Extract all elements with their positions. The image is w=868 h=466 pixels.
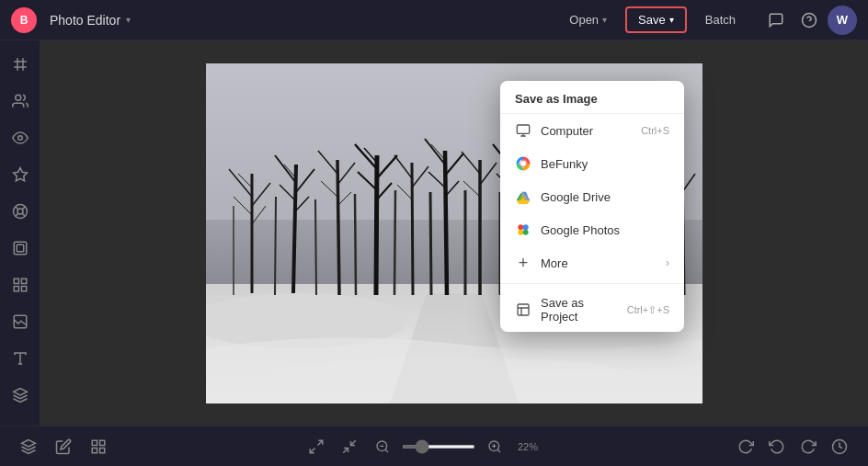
svg-line-9: [22, 207, 25, 210]
right-bottom-buttons: [732, 433, 853, 460]
svg-line-90: [355, 194, 356, 295]
app-name-button[interactable]: Photo Editor ▾: [44, 9, 136, 31]
svg-line-39: [337, 160, 339, 295]
batch-button[interactable]: Batch: [694, 7, 747, 32]
svg-rect-120: [92, 448, 97, 452]
text-icon: [12, 350, 29, 367]
computer-label: Computer: [541, 124, 593, 138]
layers-icon: [12, 387, 29, 403]
grid-bottom-icon: [90, 438, 107, 455]
svg-point-113: [518, 230, 523, 235]
svg-point-114: [523, 230, 529, 235]
layers-bottom-button[interactable]: [15, 433, 42, 460]
expand-icon: [308, 438, 325, 455]
topbar: B Photo Editor ▾ Open ▾ Save ▾ Batch W: [0, 0, 868, 40]
batch-label: Batch: [705, 13, 736, 27]
save-as-project-item[interactable]: Save as Project Ctrl+⇧+S: [500, 288, 684, 332]
open-button[interactable]: Open ▾: [558, 7, 618, 32]
svg-rect-14: [21, 278, 26, 283]
app-name-label: Photo Editor: [50, 13, 120, 28]
svg-rect-118: [100, 440, 105, 445]
save-to-computer-item[interactable]: Computer Ctrl+S: [500, 114, 684, 147]
effects-icon: [12, 203, 29, 220]
eye-icon: [12, 130, 29, 146]
zoom-slider[interactable]: [402, 445, 475, 449]
avatar-button[interactable]: W: [828, 6, 857, 35]
sidebar-item-graphics[interactable]: [4, 305, 37, 338]
svg-line-89: [315, 199, 316, 295]
svg-line-121: [318, 440, 323, 445]
sidebar-item-crop[interactable]: [4, 48, 37, 81]
sidebar-item-text[interactable]: [4, 342, 37, 375]
more-item[interactable]: + More ›: [500, 246, 684, 279]
svg-point-2: [15, 95, 20, 100]
sidebar-item-effects[interactable]: [4, 195, 37, 228]
svg-marker-20: [13, 389, 27, 396]
avatar-label: W: [837, 13, 848, 27]
logo-icon: B: [11, 7, 37, 33]
undo-button[interactable]: [763, 433, 791, 460]
svg-point-3: [17, 136, 22, 141]
sidebar-item-view[interactable]: [4, 121, 37, 154]
zoom-out-icon: [375, 439, 390, 454]
sparkle-icon: [12, 166, 29, 183]
edit-bottom-button[interactable]: [50, 433, 77, 460]
frame-icon: [12, 240, 29, 256]
save-chevron-icon: ▾: [669, 15, 674, 25]
save-to-gdrive-item[interactable]: Google Drive: [500, 180, 684, 213]
svg-marker-4: [13, 168, 27, 181]
svg-rect-12: [17, 244, 24, 252]
svg-point-112: [523, 224, 529, 230]
sidebar-item-frames[interactable]: [4, 232, 37, 265]
computer-icon: [515, 122, 531, 139]
svg-line-44: [376, 155, 377, 295]
google-drive-label: Google Drive: [541, 190, 611, 204]
collage-icon: [12, 277, 29, 293]
history-icon: [831, 438, 848, 455]
redo-button[interactable]: [794, 433, 822, 460]
people-icon: [12, 93, 29, 109]
sidebar-item-layers[interactable]: [4, 379, 37, 412]
layers-bottom-icon: [20, 438, 37, 455]
svg-rect-15: [14, 287, 18, 291]
save-to-befunky-item[interactable]: BeFunky: [500, 147, 684, 180]
svg-line-88: [275, 197, 276, 295]
save-to-gphotos-item[interactable]: Google Photos: [500, 213, 684, 246]
sidebar-item-touchup[interactable]: [4, 158, 37, 191]
save-dropdown-menu: Save as Image Computer Ctrl+S: [500, 81, 684, 332]
expand-button[interactable]: [303, 433, 330, 460]
zoom-in-icon: [487, 439, 502, 454]
zoom-slider-container[interactable]: [402, 445, 475, 449]
topbar-icons: W: [761, 6, 857, 35]
zoom-out-button[interactable]: [369, 433, 396, 460]
save-button[interactable]: Save ▾: [625, 6, 687, 33]
open-chevron-icon: ▾: [602, 15, 607, 25]
help-button[interactable]: [794, 6, 824, 35]
edit-bottom-icon: [55, 438, 72, 455]
bottombar: 22%: [0, 426, 868, 466]
save-label: Save: [638, 13, 666, 27]
svg-line-129: [497, 449, 500, 452]
canvas-area: Save as Image Computer Ctrl+S: [40, 40, 868, 426]
sidebar-item-collage[interactable]: [4, 268, 37, 301]
zoom-in-button[interactable]: [481, 433, 508, 460]
main-layout: Save as Image Computer Ctrl+S: [0, 40, 868, 426]
sidebar: [0, 40, 40, 426]
project-shortcut: Ctrl+⇧+S: [627, 304, 669, 316]
plus-icon: +: [515, 255, 531, 271]
svg-line-92: [430, 192, 431, 295]
svg-line-10: [15, 213, 17, 216]
svg-rect-119: [100, 448, 105, 452]
svg-rect-11: [14, 242, 27, 255]
computer-shortcut: Ctrl+S: [641, 125, 669, 136]
svg-line-7: [15, 207, 17, 210]
open-label: Open: [569, 13, 599, 27]
rotate-button[interactable]: [732, 433, 760, 460]
save-as-project-label: Save as Project: [541, 296, 618, 324]
history-button[interactable]: [826, 433, 853, 460]
chat-button[interactable]: [761, 6, 791, 35]
google-drive-icon: [515, 188, 531, 205]
shrink-button[interactable]: [336, 433, 363, 460]
sidebar-item-people[interactable]: [4, 85, 37, 118]
grid-bottom-button[interactable]: [85, 433, 112, 460]
